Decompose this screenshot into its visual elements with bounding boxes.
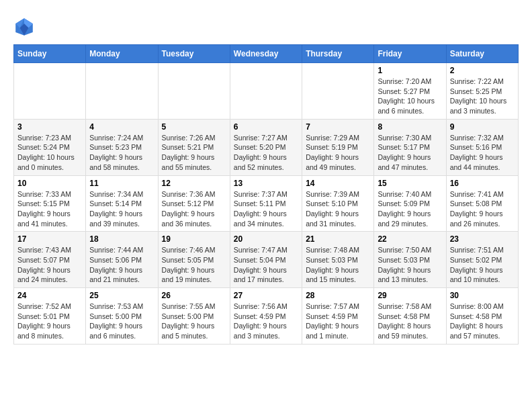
logo bbox=[13, 16, 38, 38]
calendar-cell: 20Sunrise: 7:47 AM Sunset: 5:04 PM Dayli… bbox=[230, 232, 302, 288]
day-info: Sunrise: 7:41 AM Sunset: 5:08 PM Dayligh… bbox=[450, 189, 515, 229]
calendar-cell: 21Sunrise: 7:48 AM Sunset: 5:03 PM Dayli… bbox=[302, 232, 374, 288]
calendar-cell bbox=[230, 63, 302, 120]
day-info: Sunrise: 7:57 AM Sunset: 4:59 PM Dayligh… bbox=[306, 302, 370, 341]
calendar-week-row: 1Sunrise: 7:20 AM Sunset: 5:27 PM Daylig… bbox=[14, 63, 519, 120]
calendar-cell: 11Sunrise: 7:34 AM Sunset: 5:14 PM Dayli… bbox=[86, 175, 158, 232]
day-number: 14 bbox=[306, 179, 370, 188]
weekday-header-saturday: Saturday bbox=[446, 45, 518, 63]
calendar-cell: 29Sunrise: 7:58 AM Sunset: 4:58 PM Dayli… bbox=[374, 288, 446, 345]
calendar-cell: 4Sunrise: 7:24 AM Sunset: 5:23 PM Daylig… bbox=[86, 119, 158, 175]
day-number: 24 bbox=[17, 291, 82, 300]
day-info: Sunrise: 7:52 AM Sunset: 5:01 PM Dayligh… bbox=[17, 302, 82, 341]
calendar-cell: 6Sunrise: 7:27 AM Sunset: 5:20 PM Daylig… bbox=[230, 119, 302, 175]
day-number: 11 bbox=[89, 179, 154, 188]
calendar-cell: 18Sunrise: 7:44 AM Sunset: 5:06 PM Dayli… bbox=[86, 232, 158, 288]
calendar-cell: 7Sunrise: 7:29 AM Sunset: 5:19 PM Daylig… bbox=[302, 119, 374, 175]
calendar-cell: 28Sunrise: 7:57 AM Sunset: 4:59 PM Dayli… bbox=[302, 288, 374, 345]
day-number: 30 bbox=[450, 291, 515, 300]
weekday-header-monday: Monday bbox=[86, 45, 158, 63]
calendar-week-row: 24Sunrise: 7:52 AM Sunset: 5:01 PM Dayli… bbox=[14, 288, 519, 345]
calendar-cell: 12Sunrise: 7:36 AM Sunset: 5:12 PM Dayli… bbox=[158, 175, 230, 232]
day-info: Sunrise: 7:43 AM Sunset: 5:07 PM Dayligh… bbox=[17, 245, 82, 285]
calendar-cell: 17Sunrise: 7:43 AM Sunset: 5:07 PM Dayli… bbox=[14, 232, 86, 288]
day-info: Sunrise: 7:24 AM Sunset: 5:23 PM Dayligh… bbox=[89, 133, 154, 173]
weekday-header-thursday: Thursday bbox=[302, 45, 374, 63]
day-number: 26 bbox=[162, 291, 226, 300]
calendar-table: SundayMondayTuesdayWednesdayThursdayFrid… bbox=[13, 44, 519, 345]
calendar-week-row: 3Sunrise: 7:23 AM Sunset: 5:24 PM Daylig… bbox=[14, 119, 519, 175]
day-number: 5 bbox=[162, 122, 226, 132]
calendar-cell bbox=[158, 63, 230, 120]
day-info: Sunrise: 7:40 AM Sunset: 5:09 PM Dayligh… bbox=[378, 189, 442, 229]
day-number: 28 bbox=[306, 291, 370, 300]
calendar-cell bbox=[14, 63, 86, 120]
day-number: 4 bbox=[89, 122, 154, 132]
day-info: Sunrise: 7:20 AM Sunset: 5:27 PM Dayligh… bbox=[378, 77, 442, 116]
day-info: Sunrise: 7:46 AM Sunset: 5:05 PM Dayligh… bbox=[162, 245, 226, 285]
day-info: Sunrise: 7:27 AM Sunset: 5:20 PM Dayligh… bbox=[234, 133, 298, 173]
calendar-cell: 15Sunrise: 7:40 AM Sunset: 5:09 PM Dayli… bbox=[374, 175, 446, 232]
calendar-cell bbox=[86, 63, 158, 120]
calendar-cell: 8Sunrise: 7:30 AM Sunset: 5:17 PM Daylig… bbox=[374, 119, 446, 175]
logo-icon bbox=[13, 16, 35, 38]
day-number: 18 bbox=[89, 234, 154, 244]
day-number: 3 bbox=[17, 122, 82, 132]
day-info: Sunrise: 7:58 AM Sunset: 4:58 PM Dayligh… bbox=[378, 302, 442, 341]
day-number: 23 bbox=[450, 234, 515, 244]
day-info: Sunrise: 7:30 AM Sunset: 5:17 PM Dayligh… bbox=[378, 133, 442, 173]
day-number: 15 bbox=[378, 179, 442, 188]
day-number: 29 bbox=[378, 291, 442, 300]
calendar-cell: 1Sunrise: 7:20 AM Sunset: 5:27 PM Daylig… bbox=[374, 63, 446, 120]
day-info: Sunrise: 7:29 AM Sunset: 5:19 PM Dayligh… bbox=[306, 133, 370, 173]
day-info: Sunrise: 7:55 AM Sunset: 5:00 PM Dayligh… bbox=[162, 302, 226, 341]
day-info: Sunrise: 7:50 AM Sunset: 5:03 PM Dayligh… bbox=[378, 245, 442, 285]
day-number: 7 bbox=[306, 122, 370, 132]
calendar-cell bbox=[302, 63, 374, 120]
day-number: 2 bbox=[450, 66, 515, 75]
day-number: 17 bbox=[17, 234, 82, 244]
day-number: 20 bbox=[234, 234, 298, 244]
calendar-cell: 30Sunrise: 8:00 AM Sunset: 4:58 PM Dayli… bbox=[446, 288, 518, 345]
calendar-cell: 10Sunrise: 7:33 AM Sunset: 5:15 PM Dayli… bbox=[14, 175, 86, 232]
calendar-cell: 2Sunrise: 7:22 AM Sunset: 5:25 PM Daylig… bbox=[446, 63, 518, 120]
day-number: 13 bbox=[234, 179, 298, 188]
day-number: 1 bbox=[378, 66, 442, 75]
day-info: Sunrise: 7:56 AM Sunset: 4:59 PM Dayligh… bbox=[234, 302, 298, 341]
calendar-cell: 19Sunrise: 7:46 AM Sunset: 5:05 PM Dayli… bbox=[158, 232, 230, 288]
calendar-cell: 14Sunrise: 7:39 AM Sunset: 5:10 PM Dayli… bbox=[302, 175, 374, 232]
day-info: Sunrise: 7:53 AM Sunset: 5:00 PM Dayligh… bbox=[89, 302, 154, 341]
day-info: Sunrise: 7:33 AM Sunset: 5:15 PM Dayligh… bbox=[17, 189, 82, 229]
day-info: Sunrise: 8:00 AM Sunset: 4:58 PM Dayligh… bbox=[450, 302, 515, 341]
day-info: Sunrise: 7:36 AM Sunset: 5:12 PM Dayligh… bbox=[162, 189, 226, 229]
day-info: Sunrise: 7:48 AM Sunset: 5:03 PM Dayligh… bbox=[306, 245, 370, 285]
day-info: Sunrise: 7:26 AM Sunset: 5:21 PM Dayligh… bbox=[162, 133, 226, 173]
calendar-cell: 27Sunrise: 7:56 AM Sunset: 4:59 PM Dayli… bbox=[230, 288, 302, 345]
page: SundayMondayTuesdayWednesdayThursdayFrid… bbox=[0, 0, 532, 351]
calendar-cell: 16Sunrise: 7:41 AM Sunset: 5:08 PM Dayli… bbox=[446, 175, 518, 232]
day-number: 6 bbox=[234, 122, 298, 132]
weekday-header-tuesday: Tuesday bbox=[158, 45, 230, 63]
calendar-cell: 13Sunrise: 7:37 AM Sunset: 5:11 PM Dayli… bbox=[230, 175, 302, 232]
calendar-cell: 9Sunrise: 7:32 AM Sunset: 5:16 PM Daylig… bbox=[446, 119, 518, 175]
day-number: 16 bbox=[450, 179, 515, 188]
calendar-cell: 23Sunrise: 7:51 AM Sunset: 5:02 PM Dayli… bbox=[446, 232, 518, 288]
calendar-cell: 26Sunrise: 7:55 AM Sunset: 5:00 PM Dayli… bbox=[158, 288, 230, 345]
header bbox=[13, 13, 519, 38]
weekday-header-wednesday: Wednesday bbox=[230, 45, 302, 63]
calendar-cell: 22Sunrise: 7:50 AM Sunset: 5:03 PM Dayli… bbox=[374, 232, 446, 288]
calendar-cell: 25Sunrise: 7:53 AM Sunset: 5:00 PM Dayli… bbox=[86, 288, 158, 345]
day-number: 10 bbox=[17, 179, 82, 188]
calendar-cell: 3Sunrise: 7:23 AM Sunset: 5:24 PM Daylig… bbox=[14, 119, 86, 175]
weekday-header-row: SundayMondayTuesdayWednesdayThursdayFrid… bbox=[14, 45, 519, 63]
day-info: Sunrise: 7:39 AM Sunset: 5:10 PM Dayligh… bbox=[306, 189, 370, 229]
day-info: Sunrise: 7:23 AM Sunset: 5:24 PM Dayligh… bbox=[17, 133, 82, 173]
day-info: Sunrise: 7:37 AM Sunset: 5:11 PM Dayligh… bbox=[234, 189, 298, 229]
day-number: 19 bbox=[162, 234, 226, 244]
day-number: 9 bbox=[450, 122, 515, 132]
day-number: 8 bbox=[378, 122, 442, 132]
calendar-week-row: 17Sunrise: 7:43 AM Sunset: 5:07 PM Dayli… bbox=[14, 232, 519, 288]
day-number: 22 bbox=[378, 234, 442, 244]
day-info: Sunrise: 7:22 AM Sunset: 5:25 PM Dayligh… bbox=[450, 77, 515, 116]
day-info: Sunrise: 7:44 AM Sunset: 5:06 PM Dayligh… bbox=[89, 245, 154, 285]
